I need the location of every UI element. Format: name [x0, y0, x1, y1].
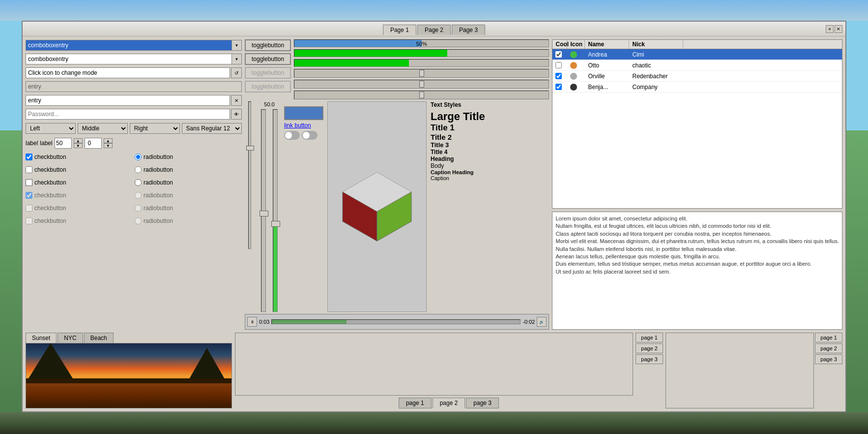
radio-1[interactable] [135, 154, 142, 160]
spin-down-btn2[interactable]: ▼ [104, 143, 113, 148]
ts-title2[interactable]: Title 2 [431, 133, 519, 141]
right-page-1[interactable]: page 1 [815, 333, 842, 342]
vslider-track-1[interactable] [248, 101, 251, 249]
spin-down-btn[interactable]: ▼ [74, 143, 83, 148]
right-notebook: page 1 page 2 page 3 [665, 333, 842, 408]
vslider-thumb-2[interactable] [260, 211, 268, 217]
main-content: comboboxentry ▼ comboboxentry ▼ ↺ [23, 36, 845, 333]
left-dropdown[interactable]: Left Center Right [26, 123, 76, 134]
hscale-3[interactable] [294, 91, 549, 99]
lorem-text[interactable]: Lorem ipsum dolor sit amet, consectetur … [552, 212, 842, 330]
photo-tab-beach[interactable]: Beach [84, 333, 114, 343]
right-page-3[interactable]: page 3 [815, 354, 842, 364]
show-password-btn[interactable]: 👁 [231, 109, 242, 120]
vslider-thumb-1[interactable] [246, 146, 254, 151]
vslider-track-3[interactable] [273, 109, 278, 312]
ts-body[interactable]: Body [431, 162, 519, 169]
combo2-arrow[interactable]: ▼ [232, 54, 242, 64]
ts-title1[interactable]: Title 1 [431, 123, 519, 133]
font-dropdown[interactable]: Sans Regular 12 [182, 123, 242, 134]
spin-input2[interactable] [85, 138, 102, 149]
checkbox-2[interactable] [26, 166, 32, 173]
media-pause-btn[interactable]: ⏸ [247, 317, 257, 327]
color-button[interactable] [284, 106, 323, 120]
bottom-section: Sunset NYC Beach [23, 333, 845, 411]
password-input[interactable] [26, 109, 230, 120]
hscale-thumb-2[interactable] [419, 81, 424, 88]
mode-entry-input[interactable] [26, 67, 230, 78]
bottom-tab-2[interactable]: page 2 [433, 398, 465, 408]
tree-check-2 [555, 62, 562, 68]
tree-col-cool: Cool [552, 40, 567, 49]
clear-icon-btn[interactable]: ✕ [231, 95, 242, 106]
hscale-thumb-1[interactable] [419, 70, 424, 77]
tree-row-4[interactable]: Benja... Company [552, 82, 842, 93]
ts-caption[interactable]: Caption [431, 175, 519, 181]
photo-content [26, 343, 232, 408]
link-button[interactable]: link button [284, 122, 311, 129]
photo-tab-nyc[interactable]: NYC [58, 333, 83, 343]
combo2-input[interactable]: comboboxentry [26, 54, 232, 64]
hscale-1[interactable] [294, 69, 549, 78]
checkbox-1[interactable] [26, 154, 32, 160]
tree-cell-nick-2: chaotic [629, 61, 683, 70]
close-btn[interactable]: ✕ [835, 25, 842, 33]
sunset-tree-left [26, 343, 75, 382]
hscale-2[interactable] [294, 80, 549, 89]
center-page-3[interactable]: page 3 [636, 354, 663, 364]
radio-6[interactable] [135, 217, 142, 224]
radio-3[interactable] [135, 179, 142, 186]
bottom-tab-1[interactable]: page 1 [399, 398, 432, 408]
combo1-arrow[interactable]: ▼ [232, 40, 242, 51]
ts-heading[interactable]: Heading [431, 155, 519, 162]
tab-page2[interactable]: Page 2 [417, 25, 451, 35]
checkbox-3[interactable] [26, 179, 32, 186]
vslider-track-2[interactable] [261, 109, 266, 312]
tree-row-1[interactable]: Andrea Cimi [552, 49, 842, 60]
vslider-thumb-3[interactable] [271, 221, 280, 227]
spin-up-btn2[interactable]: ▲ [104, 138, 113, 143]
tree-row-2[interactable]: Otto chaotic [552, 60, 842, 71]
checkbox-4[interactable] [26, 192, 32, 199]
radio-5[interactable] [135, 205, 142, 212]
mode-icon-btn[interactable]: ↺ [231, 67, 242, 78]
spin-buttons2: ▲ ▼ [104, 138, 113, 148]
tree-col-nick: Nick [629, 40, 683, 49]
middle-dropdown[interactable]: Middle Top Bottom [78, 123, 128, 134]
active-entry-input[interactable] [26, 95, 230, 106]
tab-page1[interactable]: Page 1 [383, 25, 416, 35]
ts-title3[interactable]: Title 3 [431, 141, 519, 149]
switch-1[interactable] [284, 131, 300, 140]
center-page-1[interactable]: page 1 [636, 333, 663, 342]
toggle-btn-2[interactable]: togglebutton [245, 53, 291, 65]
switch-2[interactable] [302, 131, 318, 140]
hscale-thumb-3[interactable] [419, 92, 424, 98]
radio-4[interactable] [135, 192, 142, 199]
photo-tab-sunset[interactable]: Sunset [26, 333, 57, 343]
right-dropdown[interactable]: Right Left Center [130, 123, 180, 134]
ts-title4[interactable]: Title 4 [431, 149, 519, 155]
checkbox-5[interactable] [26, 205, 32, 212]
ts-large-title[interactable]: Large Title [431, 110, 519, 123]
right-page-2[interactable]: page 2 [815, 343, 842, 353]
spin-up-btn[interactable]: ▲ [74, 138, 83, 143]
tab-page3[interactable]: Page 3 [452, 25, 485, 35]
menu-btn[interactable]: ≡ [826, 25, 834, 33]
media-volume-btn[interactable]: 🔊 [537, 317, 547, 327]
radio-row-6: radiobutton [135, 216, 242, 226]
center-page-2[interactable]: page 2 [636, 343, 663, 353]
check-row-3: checkbutton [26, 177, 133, 188]
checkbox-6[interactable] [26, 217, 32, 224]
tree-row-3[interactable]: Orville Redenbacher [552, 71, 842, 82]
ts-caption-heading[interactable]: Caption Heading [431, 169, 519, 175]
radio-2[interactable] [135, 166, 142, 173]
tree-cell-check-2 [552, 61, 567, 69]
combo1-input[interactable]: comboboxentry [26, 40, 232, 51]
spin-input[interactable] [55, 138, 72, 149]
media-progress[interactable] [271, 319, 521, 324]
tree-cell-icon-2 [567, 61, 585, 70]
toggle-btn-1[interactable]: togglebutton [245, 39, 291, 51]
toggle-btn-3[interactable]: togglebutton [245, 67, 291, 79]
bottom-tab-3[interactable]: page 3 [466, 398, 499, 408]
toggle-btn-4[interactable]: togglebutton [245, 81, 291, 93]
